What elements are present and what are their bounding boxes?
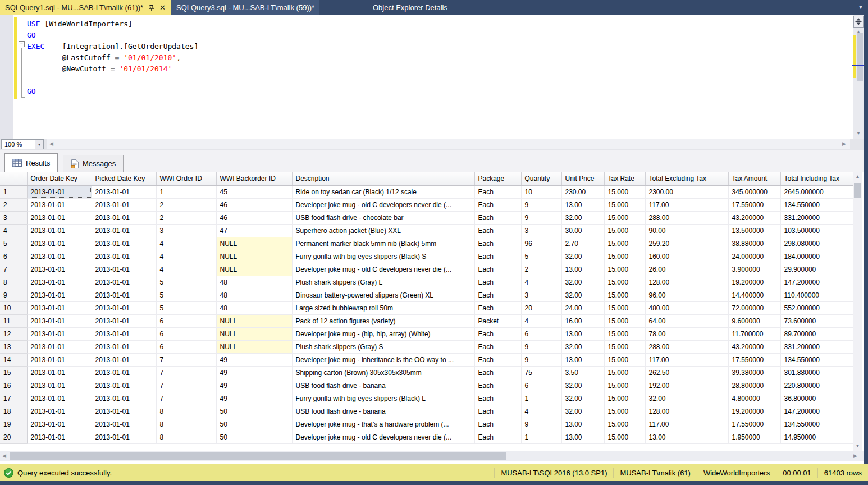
grid-cell[interactable]: 2013-01-01 bbox=[92, 237, 156, 250]
grid-cell[interactable]: 26.00 bbox=[645, 263, 728, 276]
grid-cell[interactable]: 43.200000 bbox=[728, 211, 780, 224]
grid-cell[interactable]: Each bbox=[474, 392, 521, 405]
grid-cell[interactable]: 2 bbox=[521, 263, 561, 276]
grid-cell[interactable]: 49 bbox=[216, 366, 292, 379]
grid-cell[interactable]: 32.00 bbox=[561, 250, 604, 263]
grid-cell[interactable]: 5 bbox=[156, 301, 216, 314]
grid-cell[interactable]: 2013-01-01 bbox=[27, 185, 92, 198]
grid-cell[interactable]: 552.000000 bbox=[780, 301, 853, 314]
grid-cell[interactable]: Each bbox=[474, 224, 521, 237]
column-header[interactable]: Total Including Tax bbox=[780, 172, 853, 185]
grid-cell[interactable]: 15.000 bbox=[604, 327, 645, 340]
grid-cell[interactable]: 2013-01-01 bbox=[27, 340, 92, 353]
grid-cell[interactable]: 2013-01-01 bbox=[92, 198, 156, 211]
grid-cell[interactable]: 2645.000000 bbox=[780, 185, 853, 198]
grid-vertical-scrollbar[interactable]: ▲ ▼ bbox=[853, 172, 862, 451]
grid-cell[interactable]: 288.00 bbox=[645, 211, 728, 224]
grid-cell[interactable]: 14.400000 bbox=[728, 289, 780, 301]
grid-cell[interactable]: 10 bbox=[521, 185, 561, 198]
grid-cell[interactable]: 2013-01-01 bbox=[92, 392, 156, 405]
grid-cell[interactable]: 50 bbox=[216, 405, 292, 418]
grid-cell[interactable]: 32.00 bbox=[561, 211, 604, 224]
column-header[interactable]: Description bbox=[292, 172, 474, 185]
grid-cell[interactable]: 13.500000 bbox=[728, 224, 780, 237]
grid-cell[interactable]: Each bbox=[474, 405, 521, 418]
grid-cell[interactable]: 6 bbox=[156, 340, 216, 353]
grid-cell[interactable]: 89.700000 bbox=[780, 327, 853, 340]
editor-horizontal-scrollbar[interactable] bbox=[47, 139, 850, 149]
grid-cell[interactable]: 15.000 bbox=[604, 366, 645, 379]
grid-cell[interactable]: Superhero action jacket (Blue) XXL bbox=[292, 224, 474, 237]
grid-cell[interactable]: 9 bbox=[521, 198, 561, 211]
grid-cell[interactable]: Each bbox=[474, 211, 521, 224]
row-number[interactable]: 18 bbox=[0, 405, 27, 418]
grid-cell[interactable]: 15.000 bbox=[604, 301, 645, 314]
grid-cell[interactable]: 2013-01-01 bbox=[92, 211, 156, 224]
grid-cell[interactable]: Each bbox=[474, 198, 521, 211]
row-number[interactable]: 13 bbox=[0, 340, 27, 353]
grid-cell[interactable]: 7 bbox=[156, 392, 216, 405]
grid-cell[interactable]: 345.000000 bbox=[728, 185, 780, 198]
grid-cell[interactable]: 2013-01-01 bbox=[27, 418, 92, 431]
grid-cell[interactable]: 2013-01-01 bbox=[27, 289, 92, 301]
grid-cell[interactable]: 4 bbox=[156, 237, 216, 250]
column-header[interactable]: Package bbox=[474, 172, 521, 185]
grid-cell[interactable]: 36.800000 bbox=[780, 392, 853, 405]
grid-cell[interactable]: 16.00 bbox=[561, 314, 604, 327]
grid-cell[interactable]: 4.800000 bbox=[728, 392, 780, 405]
grid-cell[interactable]: 15.000 bbox=[604, 353, 645, 366]
grid-cell[interactable]: 2 bbox=[156, 211, 216, 224]
grid-cell[interactable]: 32.00 bbox=[561, 392, 604, 405]
grid-cell[interactable]: 50 bbox=[216, 431, 292, 443]
grid-cell[interactable]: 331.200000 bbox=[780, 340, 853, 353]
grid-cell[interactable]: 2013-01-01 bbox=[92, 340, 156, 353]
grid-cell[interactable]: 2013-01-01 bbox=[27, 198, 92, 211]
grid-cell[interactable]: 32.00 bbox=[561, 289, 604, 301]
grid-cell[interactable]: 2013-01-01 bbox=[92, 431, 156, 443]
row-number[interactable]: 4 bbox=[0, 224, 27, 237]
grid-cell[interactable]: Each bbox=[474, 276, 521, 289]
grid-cell[interactable]: 13.00 bbox=[561, 327, 604, 340]
grid-cell[interactable]: Large sized bubblewrap roll 50m bbox=[292, 301, 474, 314]
grid-cell[interactable]: 128.00 bbox=[645, 276, 728, 289]
grid-cell[interactable]: 5 bbox=[156, 276, 216, 289]
grid-cell[interactable]: 2013-01-01 bbox=[92, 301, 156, 314]
tab-sqlquery3[interactable]: SQLQuery3.sql - MU...SAB-LT\malik (59))* bbox=[171, 0, 319, 15]
grid-cell[interactable]: 220.800000 bbox=[780, 379, 853, 392]
grid-cell[interactable]: 32.00 bbox=[645, 392, 728, 405]
grid-cell[interactable]: Each bbox=[474, 250, 521, 263]
grid-cell[interactable]: 15.000 bbox=[604, 379, 645, 392]
grid-cell[interactable]: 75 bbox=[521, 366, 561, 379]
row-number[interactable]: 16 bbox=[0, 379, 27, 392]
grid-cell[interactable]: 96 bbox=[521, 237, 561, 250]
grid-cell[interactable]: 15.000 bbox=[604, 224, 645, 237]
grid-cell[interactable]: 8 bbox=[156, 431, 216, 443]
grid-cell[interactable]: 2013-01-01 bbox=[27, 353, 92, 366]
grid-cell[interactable]: 13.00 bbox=[561, 353, 604, 366]
column-header[interactable]: Picked Date Key bbox=[92, 172, 156, 185]
grid-cell[interactable]: 2 bbox=[156, 198, 216, 211]
column-header[interactable]: Unit Price bbox=[561, 172, 604, 185]
grid-cell[interactable]: 1.950000 bbox=[728, 431, 780, 443]
grid-cell[interactable]: 134.550000 bbox=[780, 198, 853, 211]
grid-cell[interactable]: 9 bbox=[521, 418, 561, 431]
grid-cell[interactable]: 15.000 bbox=[604, 392, 645, 405]
grid-scrollbar-thumb[interactable] bbox=[854, 183, 861, 198]
grid-cell[interactable]: 2013-01-01 bbox=[92, 276, 156, 289]
row-number[interactable]: 10 bbox=[0, 301, 27, 314]
grid-cell[interactable]: 6 bbox=[156, 314, 216, 327]
grid-cell[interactable]: 2013-01-01 bbox=[92, 263, 156, 276]
grid-cell[interactable]: 103.500000 bbox=[780, 224, 853, 237]
grid-cell[interactable]: 30.00 bbox=[561, 224, 604, 237]
grid-cell[interactable]: 43.200000 bbox=[728, 340, 780, 353]
row-number[interactable]: 12 bbox=[0, 327, 27, 340]
grid-cell[interactable]: 2013-01-01 bbox=[27, 237, 92, 250]
grid-cell[interactable]: 2013-01-01 bbox=[27, 301, 92, 314]
grid-cell[interactable]: 1 bbox=[156, 185, 216, 198]
grid-cell[interactable]: 259.20 bbox=[645, 237, 728, 250]
grid-cell[interactable]: 50 bbox=[216, 418, 292, 431]
grid-cell[interactable]: 480.00 bbox=[645, 301, 728, 314]
row-number[interactable]: 17 bbox=[0, 392, 27, 405]
grid-cell[interactable]: Developer joke mug - old C developers ne… bbox=[292, 431, 474, 443]
row-number[interactable]: 6 bbox=[0, 250, 27, 263]
